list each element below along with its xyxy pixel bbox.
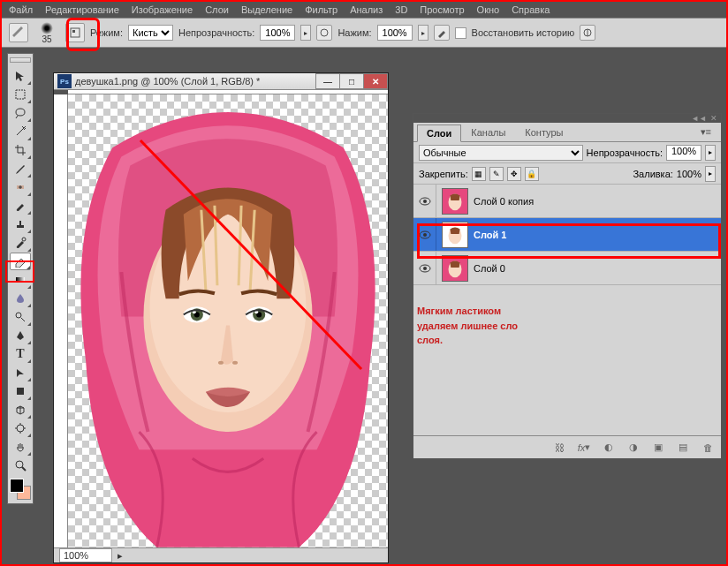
menu-edit[interactable]: Редактирование	[45, 4, 119, 15]
eyedropper-tool[interactable]	[10, 160, 31, 177]
menu-analysis[interactable]: Анализ	[350, 4, 383, 15]
pen-tool[interactable]	[10, 327, 31, 344]
layer-name-0[interactable]: Слой 0 копия	[474, 196, 721, 207]
color-swatch[interactable]	[10, 479, 31, 500]
layer-thumb-0[interactable]	[442, 188, 468, 215]
move-tool[interactable]	[10, 67, 31, 85]
lock-all-icon[interactable]: 🔒	[525, 167, 539, 181]
document-titlebar[interactable]: Ps девушка1.png @ 100% (Слой 1, RGB/8) *…	[54, 73, 388, 90]
foreground-color[interactable]	[10, 479, 24, 493]
svg-point-32	[423, 233, 427, 237]
restore-history-checkbox[interactable]	[455, 27, 466, 39]
layer-name-2[interactable]: Слой 0	[474, 263, 721, 274]
path-select-tool[interactable]	[10, 364, 31, 381]
delete-layer-icon[interactable]: 🗑	[700, 441, 716, 455]
zoom-tool[interactable]	[10, 457, 31, 474]
layer-thumb-2[interactable]	[442, 255, 468, 282]
menu-filter[interactable]: Фильтр	[305, 4, 337, 15]
brush-tool[interactable]	[10, 197, 31, 215]
link-layers-icon[interactable]: ⛓	[551, 441, 567, 455]
opacity-arrow[interactable]: ▸	[300, 25, 311, 41]
menu-help[interactable]: Справка	[512, 4, 550, 15]
layer-row-1[interactable]: Слой 1	[413, 218, 721, 252]
canvas[interactable]	[68, 94, 388, 547]
gradient-tool[interactable]	[10, 271, 31, 289]
tab-paths[interactable]: Контуры	[515, 124, 573, 141]
blur-tool[interactable]	[10, 290, 31, 307]
opacity-pressure-toggle[interactable]	[316, 25, 332, 41]
menu-image[interactable]: Изображение	[132, 4, 193, 15]
layer-row-2[interactable]: Слой 0	[413, 252, 721, 285]
menu-file[interactable]: Файл	[9, 4, 33, 15]
panel-tabs: Слои Каналы Контуры ▾≡	[413, 123, 721, 142]
panel-menu-icon[interactable]: ▾≡	[691, 123, 721, 141]
eraser-tool[interactable]	[10, 253, 31, 270]
layer-row-0[interactable]: Слой 0 копия	[413, 185, 721, 218]
new-layer-icon[interactable]: ▤	[675, 441, 691, 455]
flow-input[interactable]	[377, 25, 413, 41]
lock-transparency-icon[interactable]: ▦	[472, 167, 486, 181]
svg-rect-8	[16, 277, 25, 283]
tab-layers[interactable]: Слои	[417, 125, 461, 142]
maximize-button[interactable]: □	[339, 73, 364, 89]
shape-tool[interactable]	[10, 382, 31, 400]
lock-position-icon[interactable]: ✥	[507, 167, 521, 181]
3d-camera-tool[interactable]	[10, 419, 31, 437]
canvas-artwork	[68, 94, 388, 547]
visibility-toggle-2[interactable]	[413, 252, 436, 284]
history-brush-tool[interactable]	[10, 234, 31, 252]
blend-mode-select[interactable]: Обычные	[419, 145, 583, 161]
tool-preset-picker[interactable]	[9, 23, 28, 42]
marquee-tool[interactable]	[10, 86, 31, 103]
menu-view[interactable]: Просмотр	[420, 4, 464, 15]
adjustment-layer-icon[interactable]: ◑	[626, 441, 641, 455]
mode-select[interactable]: Кисть	[128, 25, 173, 41]
dodge-tool[interactable]	[10, 308, 31, 326]
flow-arrow[interactable]: ▸	[418, 25, 428, 41]
layer-thumb-1[interactable]	[442, 222, 468, 248]
panel-header[interactable]: ◄◄✕	[413, 114, 721, 123]
menu-3d[interactable]: 3D	[395, 4, 407, 15]
crop-tool[interactable]	[10, 141, 31, 159]
lasso-tool[interactable]	[10, 104, 31, 122]
3d-tool[interactable]	[10, 401, 31, 419]
mode-label: Режим:	[90, 27, 123, 38]
minimize-button[interactable]: —	[315, 73, 340, 89]
layer-name-1[interactable]: Слой 1	[474, 230, 721, 240]
annotation-line-3: слоя.	[417, 333, 518, 348]
type-tool[interactable]: T	[10, 345, 31, 363]
panel-footer: ⛓ fx▾ ◐ ◑ ▣ ▤ 🗑	[413, 435, 721, 458]
tab-channels[interactable]: Каналы	[461, 124, 515, 141]
toolbox-drag-handle[interactable]	[10, 57, 31, 63]
visibility-toggle-1[interactable]	[413, 218, 436, 251]
collapse-icon[interactable]: ◄◄	[691, 114, 707, 123]
menu-select[interactable]: Выделение	[241, 4, 292, 15]
layer-mask-icon[interactable]: ◐	[601, 441, 617, 455]
layer-group-icon[interactable]: ▣	[650, 441, 666, 455]
fill-input[interactable]: 100%	[677, 169, 701, 179]
airbrush-toggle[interactable]	[434, 25, 450, 41]
layer-opacity-input[interactable]: 100%	[666, 145, 701, 161]
layer-fx-icon[interactable]: fx▾	[576, 441, 592, 455]
status-arrow-icon[interactable]: ▸	[118, 550, 123, 562]
brush-panel-toggle[interactable]	[65, 23, 85, 42]
panel-close-icon[interactable]: ✕	[710, 114, 717, 123]
stamp-tool[interactable]	[10, 215, 31, 233]
vertical-ruler[interactable]	[54, 94, 68, 547]
opacity-input[interactable]	[260, 25, 295, 41]
close-button[interactable]: ✕	[363, 73, 388, 89]
menu-window[interactable]: Окно	[477, 4, 500, 15]
brush-preset-picker[interactable]: 35	[34, 19, 60, 46]
hand-tool[interactable]	[10, 438, 31, 456]
lock-pixels-icon[interactable]: ✎	[489, 167, 504, 181]
healing-tool[interactable]	[10, 178, 31, 196]
svg-line-14	[22, 467, 26, 471]
visibility-toggle-0[interactable]	[413, 185, 436, 217]
menu-layers[interactable]: Слои	[205, 4, 229, 15]
tablet-pressure-toggle[interactable]	[580, 25, 595, 41]
wand-tool[interactable]	[10, 123, 31, 140]
layer-opacity-arrow[interactable]: ▸	[705, 145, 716, 161]
zoom-input[interactable]: 100%	[59, 548, 112, 562]
fill-arrow[interactable]: ▸	[705, 166, 716, 182]
svg-point-25	[218, 361, 224, 365]
